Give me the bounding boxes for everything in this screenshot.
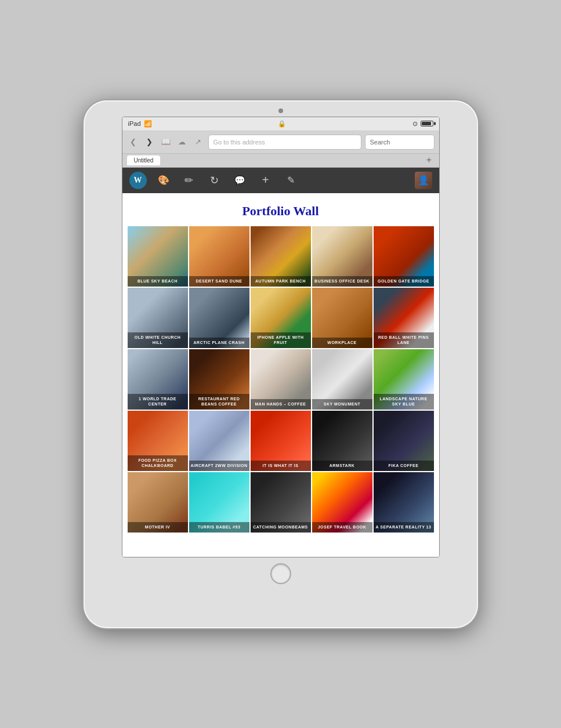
add-content-button[interactable]: + xyxy=(257,172,274,189)
portfolio-item-label: OLD WHITE CHURCH HILL xyxy=(128,332,188,347)
portfolio-item-label: JOSEF TRAVEL BOOK xyxy=(312,522,372,532)
portfolio-item-label: TURRIS BABEL #93 xyxy=(189,522,249,532)
content-area: Portfolio Wall BLUE SKY BEACHDESERT SAND… xyxy=(122,193,439,557)
browser-bar: ❮ ❯ 📖 ☁ ↗ Go to this address Search xyxy=(122,131,439,154)
ipad-frame: iPad 📶 🔒 ⊙ ❮ ❯ 📖 ☁ ↗ Go to this address … xyxy=(84,100,478,628)
portfolio-item-label: FIKA COFFEE xyxy=(374,461,434,470)
portfolio-item[interactable]: GOLDEN GATE BRIDGE xyxy=(374,226,434,287)
portfolio-item-label: BUSINESS OFFICE DESK xyxy=(312,276,372,286)
portfolio-item[interactable]: CATCHING MOONBEAMS xyxy=(251,472,311,533)
wordpress-logo-button[interactable]: W xyxy=(129,172,147,189)
portfolio-grid: BLUE SKY BEACHDESERT SAND DUNEAUTUMN PAR… xyxy=(122,226,439,538)
portfolio-item-label: MAN HANDS – COFFEE xyxy=(251,399,311,409)
status-bar: iPad 📶 🔒 ⊙ xyxy=(122,117,439,131)
portfolio-item[interactable]: A SEPARATE REALITY 13 xyxy=(374,472,434,533)
portfolio-item-label: BLUE SKY BEACH xyxy=(128,276,188,286)
portfolio-item[interactable]: BUSINESS OFFICE DESK xyxy=(312,226,372,287)
search-bar[interactable]: Search xyxy=(365,135,435,150)
circle-icon: ⊙ xyxy=(412,120,418,128)
portfolio-item[interactable]: MOTHER IV xyxy=(128,472,188,533)
address-placeholder: Go to this address xyxy=(213,139,265,146)
portfolio-item-label: GOLDEN GATE BRIDGE xyxy=(374,276,434,286)
portfolio-item-label: AUTUMN PARK BENCH xyxy=(251,276,311,286)
portfolio-item-label: RESTAURANT RED BEANS COFFEE xyxy=(189,394,249,409)
forward-button[interactable]: ❯ xyxy=(143,136,156,149)
icloud-button[interactable]: ☁ xyxy=(176,136,189,149)
portfolio-item[interactable]: RED BALL WHITE PINS LANE xyxy=(374,288,434,348)
portfolio-item[interactable]: WORKPLACE xyxy=(312,288,372,348)
back-button[interactable]: ❮ xyxy=(127,136,140,149)
portfolio-item-label: ARCTIC PLANE CRASH xyxy=(189,338,249,347)
carrier-label: iPad xyxy=(128,120,141,127)
comment-button[interactable]: 💬 xyxy=(231,172,249,189)
wp-toolbar: W 🎨 ✏ ↻ 💬 + ✎ 👤 xyxy=(122,168,439,193)
refresh-button[interactable]: ↻ xyxy=(206,172,223,189)
pen-button[interactable]: ✏ xyxy=(180,172,198,189)
palette-button[interactable]: 🎨 xyxy=(155,172,172,189)
portfolio-item[interactable]: IPHONE APPLE WITH FRUIT xyxy=(251,288,311,348)
portfolio-item-label: IT IS WHAT IT IS xyxy=(251,461,311,470)
portfolio-item[interactable]: 1 WORLD TRADE CENTER xyxy=(128,349,188,410)
tab-title: Untitled xyxy=(134,157,154,164)
browser-tab[interactable]: Untitled xyxy=(127,155,161,165)
status-right: ⊙ xyxy=(412,120,433,128)
wifi-icon: 📶 xyxy=(144,120,152,128)
portfolio-item-label: A SEPARATE REALITY 13 xyxy=(374,522,434,532)
address-bar[interactable]: Go to this address xyxy=(208,135,361,150)
status-left: iPad 📶 xyxy=(128,120,152,128)
portfolio-item[interactable]: ARMSTARK xyxy=(312,411,372,471)
portfolio-item[interactable]: FIKA COFFEE xyxy=(374,411,434,471)
portfolio-item-label: ARMSTARK xyxy=(312,461,372,470)
ipad-camera xyxy=(278,108,283,113)
portfolio-item-label: LANDSCAPE NATURE SKY BLUE xyxy=(374,394,434,409)
share-button[interactable]: ↗ xyxy=(192,136,205,149)
bookmarks-button[interactable]: 📖 xyxy=(160,136,172,149)
portfolio-item-label: FOOD PIZZA BOX CHALKBOARD xyxy=(128,455,188,470)
search-placeholder: Search xyxy=(370,139,390,146)
portfolio-item[interactable]: TURRIS BABEL #93 xyxy=(189,472,249,533)
ipad-screen: iPad 📶 🔒 ⊙ ❮ ❯ 📖 ☁ ↗ Go to this address … xyxy=(122,117,440,557)
portfolio-item-label: DESERT SAND DUNE xyxy=(189,276,249,286)
portfolio-item-label: RED BALL WHITE PINS LANE xyxy=(374,332,434,347)
portfolio-item[interactable]: IT IS WHAT IT IS xyxy=(251,411,311,471)
portfolio-item[interactable]: AIRCRAFT 2WW DIVISION xyxy=(189,411,249,471)
page-title: Portfolio Wall xyxy=(122,193,439,226)
portfolio-item[interactable]: ARCTIC PLANE CRASH xyxy=(189,288,249,348)
lock-icon: 🔒 xyxy=(278,120,286,128)
portfolio-item-label: MOTHER IV xyxy=(128,522,188,532)
portfolio-item[interactable]: MAN HANDS – COFFEE xyxy=(251,349,311,410)
tab-bar: Untitled + xyxy=(122,154,439,168)
portfolio-item[interactable]: OLD WHITE CHURCH HILL xyxy=(128,288,188,348)
battery-icon xyxy=(421,121,433,126)
portfolio-item-label: SKY MONUMENT xyxy=(312,399,372,409)
user-avatar[interactable]: 👤 xyxy=(415,172,432,189)
portfolio-item[interactable]: DESERT SAND DUNE xyxy=(189,226,249,287)
portfolio-item[interactable]: BLUE SKY BEACH xyxy=(128,226,188,287)
home-button[interactable] xyxy=(270,563,291,584)
portfolio-item[interactable]: AUTUMN PARK BENCH xyxy=(251,226,311,287)
portfolio-item[interactable]: JOSEF TRAVEL BOOK xyxy=(312,472,372,533)
new-tab-button[interactable]: + xyxy=(424,155,435,165)
portfolio-item[interactable]: FOOD PIZZA BOX CHALKBOARD xyxy=(128,411,188,471)
portfolio-item-label: IPHONE APPLE WITH FRUIT xyxy=(251,332,311,347)
portfolio-item[interactable]: RESTAURANT RED BEANS COFFEE xyxy=(189,349,249,410)
portfolio-item[interactable]: LANDSCAPE NATURE SKY BLUE xyxy=(374,349,434,410)
portfolio-item-label: CATCHING MOONBEAMS xyxy=(251,522,311,532)
portfolio-item-label: AIRCRAFT 2WW DIVISION xyxy=(189,461,249,470)
portfolio-item-label: WORKPLACE xyxy=(312,338,372,347)
portfolio-item[interactable]: SKY MONUMENT xyxy=(312,349,372,410)
portfolio-item-label: 1 WORLD TRADE CENTER xyxy=(128,394,188,409)
edit-button[interactable]: ✎ xyxy=(283,172,300,189)
